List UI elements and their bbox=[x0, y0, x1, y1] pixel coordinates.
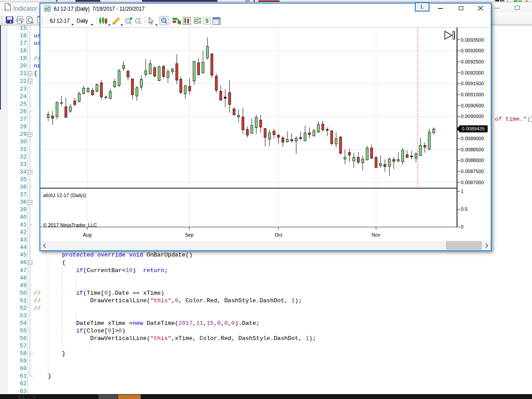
svg-text:0.0092500: 0.0092500 bbox=[461, 59, 484, 64]
svg-text:0: 0 bbox=[461, 224, 464, 229]
svg-text:0.0091000: 0.0091000 bbox=[461, 92, 484, 97]
svg-text:0.0092000: 0.0092000 bbox=[461, 70, 484, 75]
svg-text:© 2017 NinjaTrader, LLC: © 2017 NinjaTrader, LLC bbox=[43, 222, 97, 228]
svg-text:0.0087000: 0.0087000 bbox=[461, 180, 484, 185]
svg-text:0.0087500: 0.0087500 bbox=[461, 169, 484, 174]
svg-text:Nov: Nov bbox=[372, 232, 381, 237]
svg-text:Sep: Sep bbox=[185, 232, 194, 237]
svg-text:0.5: 0.5 bbox=[461, 206, 468, 212]
svg-text:$: $ bbox=[205, 17, 209, 24]
svg-text:0.0088000: 0.0088000 bbox=[461, 158, 484, 163]
svg-text:0.0090500: 0.0090500 bbox=[461, 103, 484, 108]
svg-text:Oct: Oct bbox=[275, 232, 282, 237]
svg-text:a6(6J 12-17 (Daily)): a6(6J 12-17 (Daily)) bbox=[43, 193, 86, 198]
svg-text:Aug: Aug bbox=[83, 232, 92, 237]
svg-text:0.0089000: 0.0089000 bbox=[461, 136, 484, 141]
svg-text:0.0093500: 0.0093500 bbox=[461, 37, 484, 43]
svg-text:0.0090000: 0.0090000 bbox=[461, 114, 484, 119]
svg-text:0.0088500: 0.0088500 bbox=[461, 147, 484, 152]
svg-text:0.0089435: 0.0089435 bbox=[462, 126, 485, 131]
svg-text:0.0091500: 0.0091500 bbox=[461, 81, 484, 86]
svg-text:0.0093000: 0.0093000 bbox=[461, 48, 484, 53]
svg-text:1: 1 bbox=[461, 189, 464, 194]
